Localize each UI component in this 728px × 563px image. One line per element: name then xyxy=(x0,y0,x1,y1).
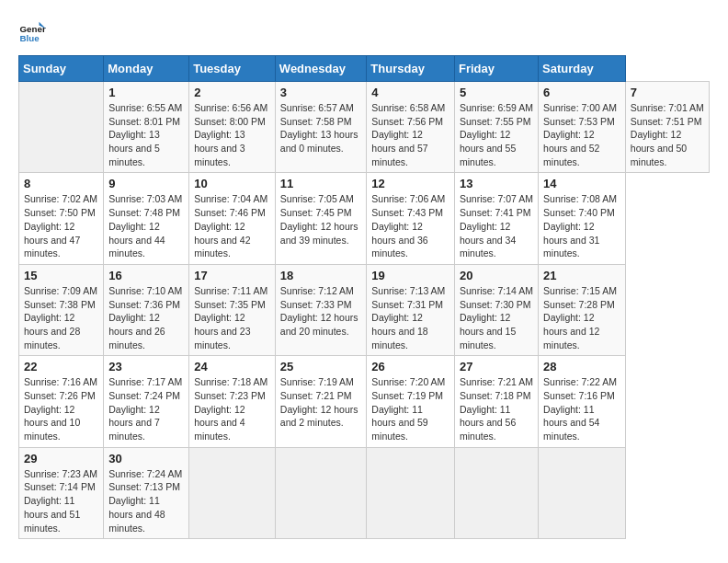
svg-text:Blue: Blue xyxy=(20,33,40,43)
calendar-cell: 7Sunrise: 7:01 AMSunset: 7:51 PMDaylight… xyxy=(625,82,709,173)
day-info: Sunrise: 7:10 AMSunset: 7:36 PMDaylight:… xyxy=(108,284,184,351)
day-info: Sunrise: 7:20 AMSunset: 7:19 PMDaylight:… xyxy=(371,375,449,442)
calendar-cell: 28Sunrise: 7:22 AMSunset: 7:16 PMDayligh… xyxy=(539,356,626,447)
logo-icon: General Blue xyxy=(18,18,46,46)
calendar-cell: 17Sunrise: 7:11 AMSunset: 7:35 PMDayligh… xyxy=(189,264,276,355)
calendar-cell: 26Sunrise: 7:20 AMSunset: 7:19 PMDayligh… xyxy=(367,356,455,447)
day-number: 5 xyxy=(460,86,533,99)
day-info: Sunrise: 7:01 AMSunset: 7:51 PMDaylight:… xyxy=(631,101,704,168)
day-number: 4 xyxy=(371,86,449,99)
day-number: 17 xyxy=(194,269,270,282)
day-number: 3 xyxy=(280,86,362,99)
days-of-week-row: SundayMondayTuesdayWednesdayThursdayFrid… xyxy=(19,56,710,82)
day-info: Sunrise: 7:04 AMSunset: 7:46 PMDaylight:… xyxy=(194,192,270,259)
calendar-cell: 21Sunrise: 7:15 AMSunset: 7:28 PMDayligh… xyxy=(539,264,626,355)
calendar-cell xyxy=(367,447,455,538)
calendar-header: SundayMondayTuesdayWednesdayThursdayFrid… xyxy=(19,56,710,82)
day-info: Sunrise: 7:12 AMSunset: 7:33 PMDaylight:… xyxy=(280,284,362,339)
calendar-cell: 5Sunrise: 6:59 AMSunset: 7:55 PMDaylight… xyxy=(454,82,538,173)
calendar-cell: 8Sunrise: 7:02 AMSunset: 7:50 PMDaylight… xyxy=(19,173,104,264)
day-info: Sunrise: 7:02 AMSunset: 7:50 PMDaylight:… xyxy=(24,192,98,259)
day-info: Sunrise: 7:19 AMSunset: 7:21 PMDaylight:… xyxy=(280,375,362,430)
calendar-table: SundayMondayTuesdayWednesdayThursdayFrid… xyxy=(18,55,710,539)
day-info: Sunrise: 7:22 AMSunset: 7:16 PMDaylight:… xyxy=(543,375,620,442)
day-number: 7 xyxy=(631,86,704,99)
day-number: 16 xyxy=(108,269,184,282)
day-info: Sunrise: 7:14 AMSunset: 7:30 PMDaylight:… xyxy=(460,284,533,351)
calendar-cell: 27Sunrise: 7:21 AMSunset: 7:18 PMDayligh… xyxy=(454,356,538,447)
day-number: 1 xyxy=(108,86,184,99)
calendar-cell: 29Sunrise: 7:23 AMSunset: 7:14 PMDayligh… xyxy=(19,447,104,538)
day-number: 14 xyxy=(543,177,620,190)
calendar-cell: 30Sunrise: 7:24 AMSunset: 7:13 PMDayligh… xyxy=(104,447,189,538)
calendar-week-row: 1Sunrise: 6:55 AMSunset: 8:01 PMDaylight… xyxy=(19,82,710,173)
day-number: 30 xyxy=(108,452,184,465)
calendar-week-row: 8Sunrise: 7:02 AMSunset: 7:50 PMDaylight… xyxy=(19,173,710,264)
calendar-cell: 18Sunrise: 7:12 AMSunset: 7:33 PMDayligh… xyxy=(275,264,367,355)
day-number: 6 xyxy=(543,86,620,99)
page-header: General Blue xyxy=(18,18,710,46)
calendar-cell: 14Sunrise: 7:08 AMSunset: 7:40 PMDayligh… xyxy=(539,173,626,264)
day-number: 18 xyxy=(280,269,362,282)
day-info: Sunrise: 6:57 AMSunset: 7:58 PMDaylight:… xyxy=(280,101,362,155)
calendar-cell: 12Sunrise: 7:06 AMSunset: 7:43 PMDayligh… xyxy=(367,173,455,264)
day-info: Sunrise: 7:09 AMSunset: 7:38 PMDaylight:… xyxy=(24,284,98,351)
day-info: Sunrise: 7:24 AMSunset: 7:13 PMDaylight:… xyxy=(108,467,184,534)
calendar-cell xyxy=(189,447,276,538)
calendar-cell: 20Sunrise: 7:14 AMSunset: 7:30 PMDayligh… xyxy=(454,264,538,355)
day-info: Sunrise: 7:17 AMSunset: 7:24 PMDaylight:… xyxy=(108,375,184,442)
logo: General Blue xyxy=(18,18,46,46)
day-number: 19 xyxy=(371,269,449,282)
calendar-cell: 1Sunrise: 6:55 AMSunset: 8:01 PMDaylight… xyxy=(104,82,189,173)
day-number: 29 xyxy=(24,452,98,465)
day-of-week-header: Saturday xyxy=(539,56,626,82)
day-info: Sunrise: 7:03 AMSunset: 7:48 PMDaylight:… xyxy=(108,192,184,259)
calendar-cell: 9Sunrise: 7:03 AMSunset: 7:48 PMDaylight… xyxy=(104,173,189,264)
calendar-week-row: 22Sunrise: 7:16 AMSunset: 7:26 PMDayligh… xyxy=(19,356,710,447)
day-info: Sunrise: 7:07 AMSunset: 7:41 PMDaylight:… xyxy=(460,192,533,259)
day-info: Sunrise: 7:08 AMSunset: 7:40 PMDaylight:… xyxy=(543,192,620,259)
calendar-cell: 15Sunrise: 7:09 AMSunset: 7:38 PMDayligh… xyxy=(19,264,104,355)
calendar-cell: 22Sunrise: 7:16 AMSunset: 7:26 PMDayligh… xyxy=(19,356,104,447)
calendar-week-row: 29Sunrise: 7:23 AMSunset: 7:14 PMDayligh… xyxy=(19,447,710,538)
calendar-cell: 10Sunrise: 7:04 AMSunset: 7:46 PMDayligh… xyxy=(189,173,276,264)
calendar-cell: 19Sunrise: 7:13 AMSunset: 7:31 PMDayligh… xyxy=(367,264,455,355)
calendar-cell: 16Sunrise: 7:10 AMSunset: 7:36 PMDayligh… xyxy=(104,264,189,355)
day-number: 23 xyxy=(108,360,184,373)
calendar-cell xyxy=(454,447,538,538)
day-info: Sunrise: 7:18 AMSunset: 7:23 PMDaylight:… xyxy=(194,375,270,442)
day-number: 28 xyxy=(543,360,620,373)
day-number: 20 xyxy=(460,269,533,282)
day-info: Sunrise: 7:06 AMSunset: 7:43 PMDaylight:… xyxy=(371,192,449,259)
day-info: Sunrise: 7:23 AMSunset: 7:14 PMDaylight:… xyxy=(24,467,98,534)
day-of-week-header: Sunday xyxy=(19,56,104,82)
day-number: 26 xyxy=(371,360,449,373)
calendar-cell: 4Sunrise: 6:58 AMSunset: 7:56 PMDaylight… xyxy=(367,82,455,173)
day-info: Sunrise: 6:55 AMSunset: 8:01 PMDaylight:… xyxy=(108,101,184,168)
day-number: 11 xyxy=(280,177,362,190)
calendar-cell xyxy=(275,447,367,538)
day-number: 21 xyxy=(543,269,620,282)
calendar-cell xyxy=(19,82,104,173)
day-info: Sunrise: 6:58 AMSunset: 7:56 PMDaylight:… xyxy=(371,101,449,168)
day-of-week-header: Tuesday xyxy=(189,56,276,82)
day-number: 22 xyxy=(24,360,98,373)
day-info: Sunrise: 7:11 AMSunset: 7:35 PMDaylight:… xyxy=(194,284,270,351)
day-info: Sunrise: 7:21 AMSunset: 7:18 PMDaylight:… xyxy=(460,375,533,442)
calendar-cell: 11Sunrise: 7:05 AMSunset: 7:45 PMDayligh… xyxy=(275,173,367,264)
day-number: 9 xyxy=(108,177,184,190)
calendar-cell: 25Sunrise: 7:19 AMSunset: 7:21 PMDayligh… xyxy=(275,356,367,447)
day-info: Sunrise: 7:16 AMSunset: 7:26 PMDaylight:… xyxy=(24,375,98,442)
day-of-week-header: Wednesday xyxy=(275,56,367,82)
calendar-cell: 23Sunrise: 7:17 AMSunset: 7:24 PMDayligh… xyxy=(104,356,189,447)
day-info: Sunrise: 6:59 AMSunset: 7:55 PMDaylight:… xyxy=(460,101,533,168)
day-of-week-header: Friday xyxy=(454,56,538,82)
calendar-cell: 24Sunrise: 7:18 AMSunset: 7:23 PMDayligh… xyxy=(189,356,276,447)
day-info: Sunrise: 7:13 AMSunset: 7:31 PMDaylight:… xyxy=(371,284,449,351)
day-info: Sunrise: 7:05 AMSunset: 7:45 PMDaylight:… xyxy=(280,192,362,247)
day-number: 27 xyxy=(460,360,533,373)
day-number: 25 xyxy=(280,360,362,373)
calendar-cell: 3Sunrise: 6:57 AMSunset: 7:58 PMDaylight… xyxy=(275,82,367,173)
day-of-week-header: Thursday xyxy=(367,56,455,82)
calendar-cell xyxy=(539,447,626,538)
